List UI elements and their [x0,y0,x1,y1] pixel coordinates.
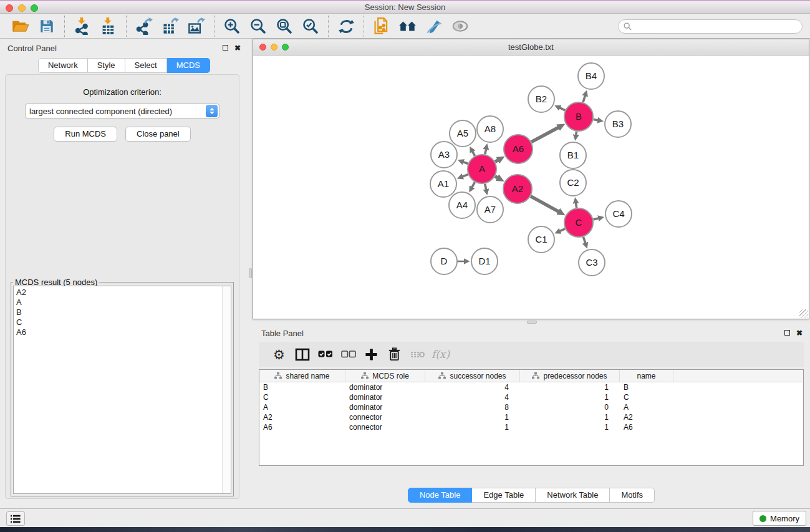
graph-node-A3[interactable]: A3 [431,142,457,168]
graph-node-A6[interactable]: A6 [504,135,533,163]
tab-network[interactable]: Network [38,58,88,73]
network-canvas[interactable]: AA1A2A3A4A5A6A7A8BB1B2B3B4CC1C2C3C4DD1 [253,56,809,319]
edge-C-C2[interactable] [576,203,577,208]
graph-node-D[interactable]: D [431,248,457,274]
delete-table-button[interactable] [406,344,429,364]
float-panel-icon[interactable] [223,44,228,52]
float-table-panel-icon[interactable] [784,329,790,337]
zoom-fit-button[interactable] [271,16,297,36]
memory-button[interactable]: Memory [753,511,806,526]
deselect-all-columns-button[interactable] [337,344,360,364]
column-header-predecessor-nodes[interactable]: predecessor nodes [520,370,620,382]
table-settings-button[interactable]: ⚙ [268,344,291,364]
edge-A-A1[interactable] [463,175,468,177]
graph-node-B1[interactable]: B1 [560,142,586,168]
graph-node-C3[interactable]: C3 [579,249,605,276]
tab-style[interactable]: Style [88,58,125,73]
tab-node-table[interactable]: Node Table [408,488,473,503]
add-column-button[interactable] [360,344,383,364]
table-row[interactable]: A2connector11A2 [259,412,803,422]
mcds-result-list[interactable]: A2ABCA6 [13,286,231,494]
save-session-button[interactable] [34,16,60,36]
select-all-columns-button[interactable] [314,344,337,364]
close-table-panel-icon[interactable]: ✖ [796,329,803,337]
graph-node-C4[interactable]: C4 [605,201,632,227]
edge-B-B2[interactable] [560,108,565,110]
edge-A2-C[interactable] [531,196,559,212]
graph-node-B4[interactable]: B4 [578,63,604,89]
tab-edge-table[interactable]: Edge Table [472,488,536,503]
zoom-window-button[interactable] [31,4,38,12]
edge-C-C3[interactable] [583,237,585,243]
minimize-window-button[interactable] [18,4,26,12]
close-network-button[interactable] [259,44,266,51]
graph-node-A8[interactable]: A8 [477,116,503,142]
close-panel-icon[interactable]: ✖ [234,44,241,52]
graph-node-C[interactable]: C [564,208,593,237]
mcds-result-item[interactable]: A [16,297,231,307]
graph-node-C2[interactable]: C2 [560,170,586,196]
home-button[interactable] [395,16,421,36]
edge-A-A5[interactable] [473,152,475,156]
mcds-result-item[interactable]: B [16,307,231,317]
tab-mcds[interactable]: MCDS [167,58,210,73]
mcds-result-item[interactable]: A2 [16,288,231,297]
function-builder-button[interactable]: f(x) [429,344,452,364]
network-window-titlebar[interactable]: testGlobe.txt [253,39,809,56]
edge-B-B3[interactable] [594,119,598,120]
graph-node-A7[interactable]: A7 [477,196,503,223]
graph-node-A2[interactable]: A2 [503,175,532,203]
tab-motifs[interactable]: Motifs [610,488,655,503]
column-header-name[interactable]: name [620,370,673,382]
run-mcds-button[interactable]: Run MCDS [54,127,117,142]
search-input[interactable] [635,22,797,31]
graph-node-B3[interactable]: B3 [605,111,631,137]
criterion-dropdown[interactable]: largest connected component (directed) [25,104,219,118]
edge-A-A4[interactable] [472,182,475,187]
export-table-button[interactable] [157,16,183,36]
column-header-shared-name[interactable]: shared name [259,370,345,382]
zoom-out-button[interactable] [245,16,271,36]
column-header-MCDS-role[interactable]: MCDS role [345,370,425,382]
edge-A-A7[interactable] [485,184,486,190]
edge-A-A3[interactable] [463,162,468,164]
close-window-button[interactable] [6,4,13,12]
table-row[interactable]: Adominator80A [259,402,803,412]
close-panel-button[interactable]: Close panel [125,127,191,142]
split-columns-button[interactable] [291,344,314,364]
graph-node-A[interactable]: A [468,155,496,183]
graph-node-A4[interactable]: A4 [449,192,475,218]
table-row[interactable]: Cdominator41C [259,392,803,402]
column-header-successor-nodes[interactable]: successor nodes [425,370,520,382]
table-row[interactable]: Bdominator41B [259,382,803,392]
edge-B-B4[interactable] [583,96,585,103]
mcds-result-item[interactable]: A6 [16,327,231,337]
edge-C-C4[interactable] [593,218,598,220]
resize-grip-icon[interactable] [799,309,808,318]
open-session-button[interactable] [7,16,34,36]
vertical-splitter[interactable] [249,39,252,508]
zoom-selected-button[interactable] [297,16,324,36]
mcds-result-item[interactable]: C [16,317,231,327]
scrollbar-track[interactable] [222,286,231,493]
zoom-network-button[interactable] [282,44,289,51]
import-network-button[interactable] [69,16,95,36]
graph-node-C1[interactable]: C1 [528,226,554,253]
style-visibility-button[interactable] [421,16,447,36]
clone-network-button[interactable] [369,16,395,36]
graph-node-B[interactable]: B [564,102,593,131]
graph-node-D1[interactable]: D1 [471,248,498,274]
refresh-button[interactable] [333,16,359,36]
edge-B-B1[interactable] [576,132,577,135]
edge-C-C1[interactable] [560,229,565,231]
minimize-network-button[interactable] [271,44,277,51]
table-row[interactable]: A6connector11A6 [259,422,803,432]
edge-A-A2[interactable] [495,177,498,178]
graph-node-A5[interactable]: A5 [450,120,476,147]
edge-A6-B[interactable] [531,127,558,142]
export-image-button[interactable] [183,16,210,36]
graph-node-A1[interactable]: A1 [430,171,456,197]
export-network-button[interactable] [131,16,157,36]
search-field[interactable] [618,19,803,34]
edge-A-A8[interactable] [485,149,486,154]
